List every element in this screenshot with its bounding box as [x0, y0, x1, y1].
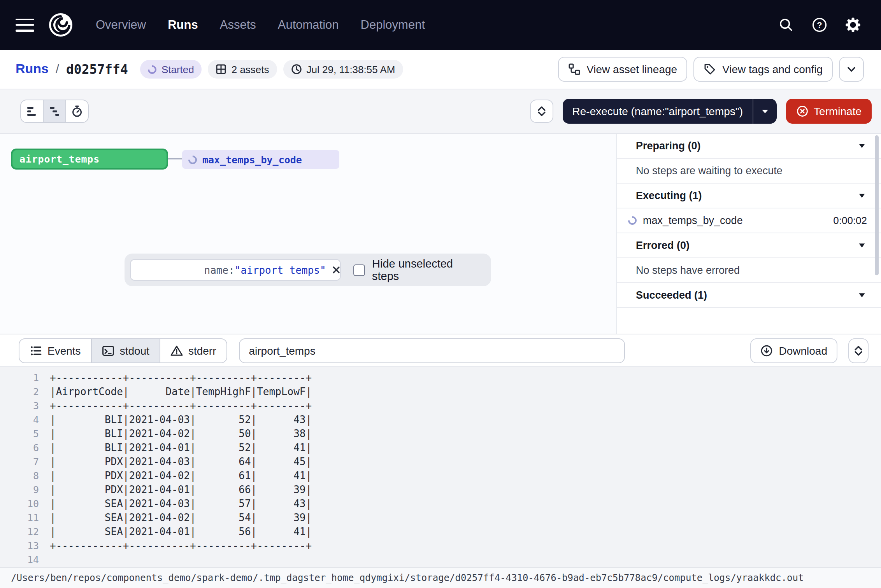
tab-stdout[interactable]: stdout	[91, 338, 160, 363]
terminate-label: Terminate	[814, 105, 862, 117]
download-icon	[760, 344, 772, 357]
hide-unselected-label: Hide unselected steps	[372, 257, 480, 282]
run-toolbar: Re-execute (name:"airport_temps") Termin…	[0, 89, 881, 134]
log-line: 12| SEA|2021-04-01| 56| 41|	[0, 525, 881, 539]
log-line: 13+-----------+----------+---------+----…	[0, 539, 881, 553]
log-line: 6| BLI|2021-04-01| 52| 41|	[0, 441, 881, 455]
filter-term: "airport_temps"	[235, 264, 326, 276]
tab-stderr[interactable]: stderr	[160, 338, 227, 363]
timing-view-button[interactable]	[65, 100, 89, 123]
list-icon	[30, 344, 42, 357]
assets-count-badge[interactable]: 2 assets	[208, 60, 277, 79]
expand-collapse-icon	[536, 105, 548, 117]
log-line: 1+-----------+----------+---------+-----…	[0, 371, 881, 385]
header-expand-button[interactable]	[839, 57, 864, 82]
panel-section-preparing[interactable]: Preparing (0)	[617, 134, 881, 159]
gantt-flat-icon	[26, 105, 38, 117]
line-number: 2	[0, 385, 39, 399]
line-number: 5	[0, 427, 39, 441]
chevron-down-icon	[857, 191, 867, 201]
nav-item-assets[interactable]: Assets	[220, 18, 256, 32]
nav-item-deployment[interactable]: Deployment	[361, 18, 425, 32]
log-filter-input[interactable]	[239, 338, 625, 363]
line-number: 3	[0, 399, 39, 413]
nav-item-runs[interactable]: Runs	[168, 18, 198, 32]
view-asset-lineage-button[interactable]: View asset lineage	[558, 57, 687, 82]
line-number: 1	[0, 371, 39, 385]
panel-section-succeeded[interactable]: Succeeded (1)	[617, 283, 881, 308]
tab-events-label: Events	[47, 344, 81, 357]
spinner-icon	[146, 63, 158, 75]
line-number: 11	[0, 511, 39, 525]
grid-icon	[216, 64, 227, 75]
tab-stderr-label: stderr	[188, 344, 216, 357]
timestamp-badge: Jul 29, 11:38:55 AM	[283, 60, 403, 79]
timestamp-label: Jul 29, 11:38:55 AM	[307, 63, 395, 75]
terminate-button[interactable]: Terminate	[786, 99, 872, 124]
log-line: 14	[0, 553, 881, 567]
chevron-down-icon	[857, 141, 867, 151]
step-node-max-temps-by-code[interactable]: max_temps_by_code	[182, 150, 339, 169]
view-tags-config-button[interactable]: View tags and config	[693, 57, 833, 82]
clear-filter-button[interactable]	[332, 265, 341, 275]
clock-icon	[291, 64, 302, 75]
log-line: 2|AirportCode| Date|TempHighF|TempLowF|	[0, 385, 881, 399]
stdout-log-viewer[interactable]: 1+-----------+----------+---------+-----…	[0, 367, 881, 567]
chevron-down-icon	[857, 290, 867, 300]
terminal-icon	[102, 344, 114, 357]
dagster-logo[interactable]	[47, 12, 74, 38]
nav-actions: ?	[773, 12, 866, 38]
dagster-logo-icon	[47, 12, 74, 38]
elapsed-time: 0:00:02	[833, 215, 867, 226]
run-graph: airport_temps max_temps_by_code name:"ai…	[0, 134, 616, 334]
log-line: 10| SEA|2021-04-03| 57| 43|	[0, 497, 881, 511]
executing-step-name: max_temps_by_code	[643, 215, 743, 226]
line-number: 12	[0, 525, 39, 539]
search-button[interactable]	[773, 12, 799, 38]
run-steps-panel: Preparing (0) No steps are waiting to ex…	[616, 134, 881, 334]
panel-section-errored[interactable]: Errored (0)	[617, 233, 881, 258]
panel-scrollbar[interactable]	[875, 135, 879, 275]
step-node-airport-temps[interactable]: airport_temps	[11, 149, 168, 170]
log-line: 5| BLI|2021-04-02| 50| 38|	[0, 427, 881, 441]
run-status-badge: Started	[140, 60, 202, 79]
download-label: Download	[779, 344, 827, 357]
log-line: 7| PDX|2021-04-03| 64| 45|	[0, 455, 881, 469]
view-asset-lineage-label: View asset lineage	[586, 63, 677, 75]
chevron-down-icon	[845, 63, 858, 75]
settings-button[interactable]	[840, 12, 866, 38]
reexecute-dropdown-button[interactable]	[752, 99, 776, 124]
executing-step-row[interactable]: max_temps_by_code 0:00:02	[617, 208, 881, 233]
logs-fullscreen-button[interactable]	[848, 338, 869, 363]
gantt-flat-view-button[interactable]	[20, 100, 44, 123]
line-number: 8	[0, 469, 39, 483]
logs-toolbar: Events stdout stderr	[0, 334, 881, 367]
section-title: Errored (0)	[636, 240, 690, 251]
help-button[interactable]: ?	[806, 12, 833, 38]
run-status-label: Started	[161, 63, 194, 75]
log-line: 9| PDX|2021-04-01| 66| 39|	[0, 483, 881, 497]
section-title: Succeeded (1)	[636, 289, 707, 301]
line-number: 4	[0, 413, 39, 427]
nav-item-automation[interactable]: Automation	[278, 18, 339, 32]
runs-link[interactable]: Runs	[16, 61, 49, 77]
reexecute-button[interactable]: Re-execute (name:"airport_temps")	[563, 99, 753, 124]
download-button[interactable]: Download	[750, 338, 837, 363]
step-filter-input[interactable]: name:"airport_temps"	[130, 259, 341, 281]
tab-events[interactable]: Events	[19, 338, 92, 363]
log-file-path-bar: /Users/ben/repos/components_demo/spark-d…	[0, 567, 881, 588]
hamburger-button[interactable]	[16, 18, 34, 32]
breadcrumb-row: Runs / d0257ff4 Started 2 assets	[0, 50, 881, 89]
gantt-waterfall-icon	[48, 105, 61, 117]
caret-down-icon	[758, 105, 771, 117]
dagster-run-page: Overview Runs Assets Automation Deployme…	[0, 0, 881, 588]
log-line: 3+-----------+----------+---------+-----…	[0, 399, 881, 413]
expand-steps-button[interactable]	[530, 100, 554, 123]
filter-prefix: name:	[204, 264, 235, 276]
assets-count-label: 2 assets	[232, 63, 269, 75]
nav-item-overview[interactable]: Overview	[96, 18, 146, 32]
gantt-waterfall-view-button[interactable]	[43, 100, 66, 123]
panel-section-executing[interactable]: Executing (1)	[617, 184, 881, 208]
line-number: 14	[0, 553, 39, 567]
hide-unselected-checkbox[interactable]: Hide unselected steps	[353, 257, 480, 282]
